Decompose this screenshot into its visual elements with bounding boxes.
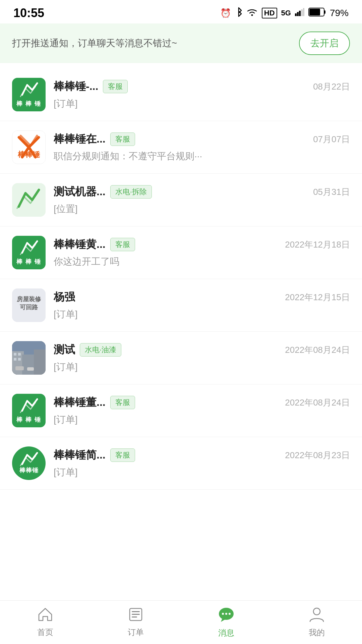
chat-preview: [位置] bbox=[54, 203, 350, 215]
svg-point-0 bbox=[251, 14, 253, 16]
chat-content: 测试 水电·油漆 2022年08月24日 [订单] bbox=[54, 342, 350, 373]
svg-point-33 bbox=[229, 613, 231, 615]
chat-name: 杨强 bbox=[54, 290, 75, 305]
home-icon bbox=[38, 607, 53, 624]
chat-preview: [订单] bbox=[54, 97, 350, 110]
avatar: 棒 棒 锤 bbox=[12, 236, 46, 269]
chat-content: 棒棒锤简... 客服 2022年08月23日 [订单] bbox=[54, 448, 350, 479]
avatar: 棒 棒 锤 bbox=[12, 394, 46, 427]
chat-name: 测试机器... bbox=[54, 184, 106, 199]
svg-text:棒棒锤: 棒棒锤 bbox=[17, 150, 40, 159]
chat-date: 2022年08月24日 bbox=[285, 344, 350, 356]
chat-name-row: 棒棒锤董... 客服 bbox=[54, 395, 280, 410]
status-icons: ⏰ HD 5G bbox=[220, 7, 349, 19]
svg-text:房屋装修: 房屋装修 bbox=[16, 296, 41, 303]
wifi-icon bbox=[246, 8, 258, 19]
chat-item[interactable]: 棒 棒 锤 棒棒锤黄... 客服 2022年12月18日 你这边开工了吗 bbox=[0, 226, 362, 279]
bluetooth-icon bbox=[235, 7, 242, 19]
svg-rect-7 bbox=[324, 10, 325, 14]
svg-rect-27 bbox=[132, 611, 140, 612]
status-time: 10:55 bbox=[13, 6, 44, 20]
chat-tag: 客服 bbox=[110, 238, 135, 251]
svg-rect-3 bbox=[299, 11, 301, 16]
nav-item-order[interactable]: 订单 bbox=[90, 607, 181, 638]
message-icon bbox=[218, 606, 235, 625]
chat-top-row: 棒棒锤在... 客服 07月07日 bbox=[54, 132, 350, 147]
chat-date: 2022年12月15日 bbox=[285, 291, 350, 303]
svg-point-31 bbox=[222, 613, 224, 615]
chat-content: 测试机器... 水电·拆除 05月31日 [位置] bbox=[54, 184, 350, 215]
chat-item[interactable]: 棒棒锤 棒棒锤在... 客服 07月07日 职信分规则通知：不遵守平台规则··· bbox=[0, 121, 362, 174]
chat-preview: [订单] bbox=[54, 308, 350, 321]
nav-item-message[interactable]: 消息 bbox=[181, 606, 272, 638]
nav-item-mine[interactable]: 我的 bbox=[272, 607, 362, 638]
svg-rect-18 bbox=[22, 355, 36, 375]
chat-top-row: 测试机器... 水电·拆除 05月31日 bbox=[54, 184, 350, 199]
chat-tag: 水电·油漆 bbox=[80, 343, 121, 357]
chat-item[interactable]: 棒 棒 锤 棒棒锤-... 客服 08月22日 [订单] bbox=[0, 68, 362, 121]
chat-preview: 你这边开工了吗 bbox=[54, 255, 350, 268]
chat-tag: 水电·拆除 bbox=[110, 185, 152, 199]
chat-tag: 客服 bbox=[110, 132, 135, 146]
svg-rect-11 bbox=[12, 183, 46, 217]
bottom-navigation: 首页 订单 消息 bbox=[0, 600, 362, 644]
svg-rect-22 bbox=[14, 358, 16, 361]
alarm-icon: ⏰ bbox=[220, 8, 231, 18]
chat-preview: [订单] bbox=[54, 466, 350, 479]
notification-banner: 打开推送通知，订单聊天等消息不错过~ 去开启 bbox=[0, 23, 362, 63]
chat-name-row: 棒棒锤在... 客服 bbox=[54, 132, 308, 147]
avatar-label: 棒 棒 锤 bbox=[16, 258, 41, 266]
svg-rect-4 bbox=[301, 9, 303, 16]
chat-content: 棒棒锤在... 客服 07月07日 职信分规则通知：不遵守平台规则··· bbox=[54, 132, 350, 163]
chat-name-row: 棒棒锤黄... 客服 bbox=[54, 237, 280, 252]
svg-rect-29 bbox=[132, 616, 137, 618]
avatar: 房屋装修 可回路 bbox=[12, 288, 46, 322]
chat-item[interactable]: 房屋装修 可回路 杨强 2022年12月15日 [订单] bbox=[0, 279, 362, 332]
nav-label-order: 订单 bbox=[128, 627, 144, 638]
5g-icon: 5G bbox=[281, 9, 291, 17]
chat-name-row: 杨强 bbox=[54, 290, 280, 305]
svg-rect-8 bbox=[309, 9, 320, 15]
chat-item[interactable]: 测试机器... 水电·拆除 05月31日 [位置] bbox=[0, 174, 362, 226]
avatar: 棒 棒 锤 bbox=[12, 78, 46, 111]
notification-text: 打开推送通知，订单聊天等消息不错过~ bbox=[12, 37, 299, 50]
chat-date: 2022年08月23日 bbox=[285, 449, 350, 461]
chat-name-row: 测试机器... 水电·拆除 bbox=[54, 184, 308, 199]
nav-label-message: 消息 bbox=[218, 628, 234, 638]
battery-percentage: 79% bbox=[330, 8, 349, 18]
mine-icon bbox=[309, 607, 324, 625]
enable-notification-button[interactable]: 去开启 bbox=[299, 32, 350, 55]
svg-rect-24 bbox=[15, 366, 24, 370]
chat-date: 2022年08月24日 bbox=[285, 397, 350, 409]
avatar: 棒棒锤 bbox=[12, 130, 46, 164]
chat-preview: 职信分规则通知：不遵守平台规则··· bbox=[54, 150, 350, 163]
chat-name: 棒棒锤黄... bbox=[54, 237, 106, 252]
chat-date: 2022年12月18日 bbox=[285, 239, 350, 251]
avatar-label: 棒棒锤 bbox=[19, 466, 39, 474]
svg-rect-2 bbox=[297, 12, 299, 16]
svg-rect-28 bbox=[132, 614, 140, 615]
chat-top-row: 测试 水电·油漆 2022年08月24日 bbox=[54, 342, 350, 357]
chat-preview: [订单] bbox=[54, 413, 350, 426]
svg-rect-23 bbox=[18, 358, 21, 361]
chat-top-row: 棒棒锤-... 客服 08月22日 bbox=[54, 79, 350, 94]
chat-item[interactable]: 测试 水电·油漆 2022年08月24日 [订单] bbox=[0, 332, 362, 384]
chat-name-row: 棒棒锤简... 客服 bbox=[54, 448, 280, 463]
nav-item-home[interactable]: 首页 bbox=[0, 607, 90, 638]
chat-content: 杨强 2022年12月15日 [订单] bbox=[54, 290, 350, 321]
chat-top-row: 杨强 2022年12月15日 bbox=[54, 290, 350, 305]
chat-list: 棒 棒 锤 棒棒锤-... 客服 08月22日 [订单] 棒棒锤 bbox=[0, 68, 362, 490]
chat-tag: 客服 bbox=[103, 80, 128, 93]
avatar-label: 棒 棒 锤 bbox=[16, 100, 41, 108]
chat-item[interactable]: 棒棒锤 棒棒锤简... 客服 2022年08月23日 [订单] bbox=[0, 437, 362, 490]
svg-text:可回路: 可回路 bbox=[20, 304, 38, 311]
chat-content: 棒棒锤董... 客服 2022年08月24日 [订单] bbox=[54, 395, 350, 426]
order-icon bbox=[128, 607, 143, 624]
chat-name: 棒棒锤简... bbox=[54, 448, 106, 463]
chat-date: 08月22日 bbox=[313, 81, 350, 93]
chat-item[interactable]: 棒 棒 锤 棒棒锤董... 客服 2022年08月24日 [订单] bbox=[0, 384, 362, 437]
signal-icon bbox=[295, 8, 304, 18]
svg-rect-25 bbox=[27, 367, 34, 371]
avatar: 棒棒锤 bbox=[12, 446, 46, 480]
chat-name: 棒棒锤在... bbox=[54, 132, 106, 147]
